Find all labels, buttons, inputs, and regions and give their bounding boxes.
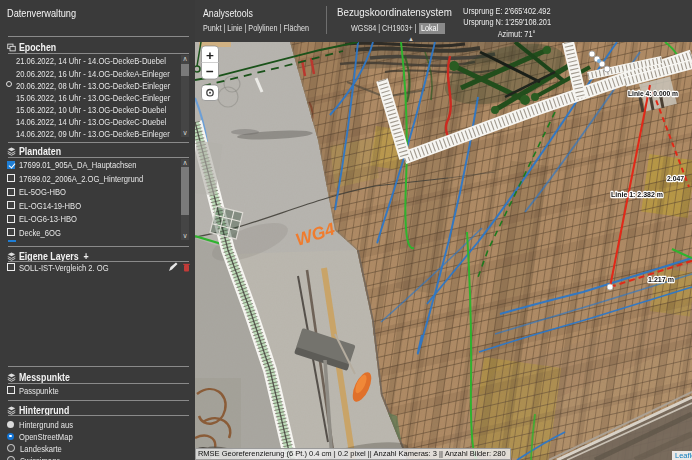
svg-text:Linie 1: 2.382 m: Linie 1: 2.382 m [611,190,663,199]
svg-text:−: − [206,64,214,79]
svg-text:+: + [206,48,214,63]
svg-text:Linie 4: 0.000 m: Linie 4: 0.000 m [628,89,678,98]
svg-text:1.217 m: 1.217 m [648,275,674,284]
svg-text:2.047: 2.047 [667,174,684,183]
